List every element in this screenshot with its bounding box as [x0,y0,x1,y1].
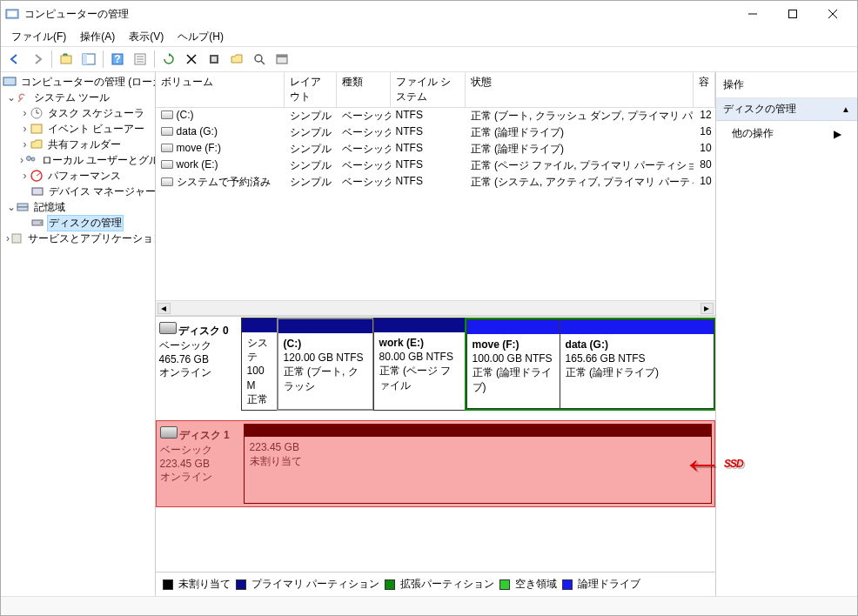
scroll-left-icon[interactable]: ◂ [158,303,171,314]
twisty-collapsed-icon[interactable]: › [20,170,30,182]
disk-0-title: ディスク 0 [178,325,229,337]
services-icon [10,231,23,245]
partition-e[interactable]: work (E:)80.00 GB NTFS正常 (ページ ファイル [373,318,466,411]
delete-button[interactable] [181,49,202,70]
partition-f[interactable]: move (F:)100.00 GB NTFS正常 (論理ドライブ) [466,319,560,409]
tree-shared-folders[interactable]: 共有フォルダー [46,137,123,152]
volume-icon [161,144,173,152]
tree-services[interactable]: サービスとアプリケーション [26,231,156,246]
refresh-button[interactable] [158,49,179,70]
volume-row[interactable]: data (G:)シンプルベーシックNTFS正常 (論理ドライブ)16 [156,124,715,141]
twisty-expanded-icon[interactable]: ⌄ [6,91,16,104]
menu-file[interactable]: ファイル(F) [6,28,71,46]
show-hide-tree-button[interactable] [78,49,99,70]
actions-group-disk-mgmt[interactable]: ディスクの管理 ▲ [716,98,857,121]
open-icon[interactable] [226,49,247,70]
actions-other[interactable]: 他の操作 ▶ [716,121,857,146]
volume-row[interactable]: work (E:)シンプルベーシックNTFS正常 (ページ ファイル, プライマ… [156,157,715,174]
volume-icon [161,127,173,136]
collapse-icon[interactable]: ▲ [841,104,850,114]
twisty-expanded-icon[interactable]: ⌄ [6,201,16,213]
col-status[interactable]: 状態 [466,72,694,108]
chevron-right-icon: ▶ [834,128,841,140]
horizontal-scrollbar[interactable]: ◂ ▸ [156,300,715,315]
app-icon [5,7,19,21]
disk-1-size: 223.45 GB [160,458,238,470]
svg-line-31 [37,173,40,176]
partition-system-reserved[interactable]: システ100 M正常 [241,318,278,411]
svg-rect-1 [8,11,17,17]
title-bar: コンピューターの管理 [1,1,857,27]
svg-point-28 [27,157,31,161]
ssd-annotation: ←SSD [681,439,743,487]
properties-button[interactable] [130,49,151,70]
settings-icon[interactable] [204,49,225,70]
maximize-button[interactable] [773,1,813,27]
scroll-right-icon[interactable]: ▸ [700,303,714,314]
svg-rect-6 [61,56,71,64]
svg-rect-22 [277,55,287,57]
help-button[interactable]: ? [107,49,128,70]
disk-0-status: オンライン [159,365,237,380]
up-button[interactable] [56,49,77,70]
svg-rect-32 [32,188,43,195]
legend-swatch-logical [562,579,573,590]
disk-0-partitions: システ100 M正常 (C:)120.00 GB NTFS正常 (ブート, クラ… [240,317,715,412]
twisty-collapsed-icon[interactable]: › [20,138,30,151]
toolbar: ? [1,46,857,72]
tree-event-viewer[interactable]: イベント ビューアー [46,122,146,137]
tree-task-scheduler[interactable]: タスク スケジューラ [46,106,146,121]
legend-swatch-free [499,579,510,590]
col-fs[interactable]: ファイル システム [391,72,466,108]
performance-icon [30,169,44,183]
partition-c[interactable]: (C:)120.00 GB NTFS正常 (ブート, クラッシ [277,318,374,411]
tree-local-users[interactable]: ローカル ユーザーとグループ [40,153,156,168]
svg-point-36 [40,222,42,224]
col-type[interactable]: 種類 [337,72,391,108]
storage-icon [16,200,30,214]
navigation-tree[interactable]: コンピューターの管理 (ローカル) ⌄システム ツール ›タスク スケジューラ … [1,72,156,596]
menu-help[interactable]: ヘルプ(H) [172,28,229,46]
main-area: コンピューターの管理 (ローカル) ⌄システム ツール ›タスク スケジューラ … [1,72,857,596]
tree-root[interactable]: コンピューターの管理 (ローカル) [19,75,156,90]
col-layout[interactable]: レイアウト [285,72,337,108]
volume-list[interactable]: ボリューム レイアウト 種類 ファイル システム 状態 容 (C:)シンプルベー… [156,72,715,316]
tree-disk-mgmt[interactable]: ディスクの管理 [47,215,124,231]
volume-row[interactable]: (C:)シンプルベーシックNTFS正常 (ブート, クラッシュ ダンプ, プライ… [156,108,715,124]
tree-performance[interactable]: パフォーマンス [46,169,123,184]
close-button[interactable] [813,1,853,27]
partition-g[interactable]: data (G:)165.66 GB NTFS正常 (論理ドライブ) [560,319,714,409]
volume-icon [161,177,173,186]
tree-device-mgr[interactable]: デバイス マネージャー [47,184,156,199]
menu-view[interactable]: 表示(V) [124,28,169,46]
disk-graph-area: ディスク 0 ベーシック 465.76 GB オンライン システ100 M正常 … [156,316,715,596]
volume-row[interactable]: システムで予約済みシンプルベーシックNTFS正常 (システム, アクティブ, プ… [156,174,715,191]
tree-system-tools[interactable]: システム ツール [32,90,111,105]
disk-icon [159,322,177,334]
forward-button[interactable] [27,49,48,70]
unallocated-size: 223.45 GB [250,440,706,454]
extended-partition[interactable]: move (F:)100.00 GB NTFS正常 (論理ドライブ) data … [465,318,715,411]
legend: 未割り当て プライマリ パーティション 拡張パーティション 空き領域 論理ドライ… [156,572,715,596]
legend-unallocated: 未割り当て [178,577,231,592]
device-icon [30,184,44,198]
minimize-button[interactable] [733,1,773,27]
find-icon[interactable] [249,49,270,70]
disk-mgmt-icon [30,216,44,230]
menu-action[interactable]: 操作(A) [75,28,120,46]
disk-1-status: オンライン [160,470,238,485]
actions-group-label: ディスクの管理 [723,102,796,117]
twisty-collapsed-icon[interactable]: › [20,123,30,135]
actions-other-label: 他の操作 [732,126,774,141]
legend-extended: 拡張パーティション [400,577,494,592]
col-volume[interactable]: ボリューム [156,72,285,108]
twisty-collapsed-icon[interactable]: › [20,107,30,119]
svg-rect-23 [3,77,16,85]
view-icon[interactable] [271,49,292,70]
back-button[interactable] [4,49,25,70]
unallocated-partition[interactable]: 223.45 GB 未割り当て [244,424,712,504]
col-capacity[interactable]: 容 [694,72,715,108]
window-title: コンピューターの管理 [24,7,733,22]
tree-storage[interactable]: 記憶域 [32,200,67,215]
volume-row[interactable]: move (F:)シンプルベーシックNTFS正常 (論理ドライブ)10 [156,141,715,157]
